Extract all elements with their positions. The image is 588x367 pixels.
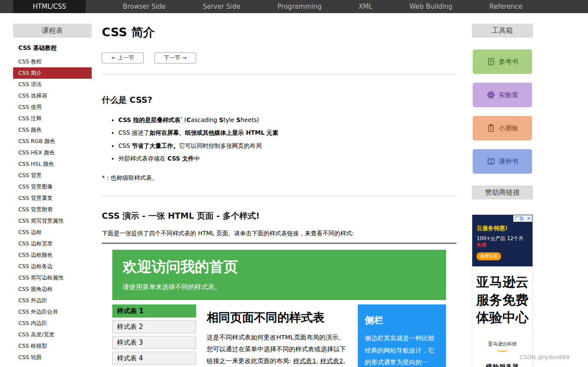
demo-sidebar-text: 侧边栏其实就是一种比较经典的网站导航设计，它的形式通常为竖向的一列，展示在网站的…: [365, 332, 439, 367]
course-list-item[interactable]: CSS 轮廓: [13, 352, 92, 363]
watermark: CSDN @lydon888: [519, 354, 570, 360]
ad-close-icon[interactable]: ✕: [526, 215, 532, 222]
open-book-icon: [487, 157, 495, 166]
course-list-item[interactable]: CSS 边框宽度: [13, 238, 92, 249]
course-list-item[interactable]: CSS 外边距: [13, 295, 92, 306]
course-list-item[interactable]: CSS 教程: [13, 56, 92, 67]
course-list-item[interactable]: CSS 简介: [13, 67, 92, 79]
demo-sidebar: 侧栏 侧边栏其实就是一种比较经典的网站导航设计，它的形式通常为竖向的一列，展示在…: [358, 304, 446, 367]
ad-badge-label[interactable]: 广告: [513, 215, 526, 222]
course-list-item[interactable]: CSS 内边距: [13, 318, 92, 329]
course-list-item[interactable]: CSS 使用: [13, 101, 92, 113]
ad-promo-highlight: 云服务特惠!: [477, 224, 528, 232]
demo-columns: 样式表 1样式表 2样式表 3样式表 4无样式表 相同页面不同的样式表 这是不同…: [112, 304, 446, 367]
ad-promo-panel: 云服务特惠! 100+云产品 12个月免费 免费注册: [472, 215, 533, 266]
demo-stylesheet-menu: 样式表 1样式表 2样式表 3样式表 4无样式表: [112, 304, 196, 367]
pager: ← 上一节 下一节 →: [102, 52, 457, 63]
demo-banner-subtitle: 请使用菜单来选择不同的样式表。: [123, 283, 436, 291]
course-list: CSS 教程CSS 简介CSS 语法CSS 选择器CSS 使用CSS 注释CSS…: [13, 56, 92, 363]
demo-center-heading: 相同页面不同的样式表: [207, 310, 349, 325]
quiz-button[interactable]: 小测验: [473, 116, 532, 140]
divider: [102, 196, 457, 196]
extracurricular-book-button[interactable]: 课外书: [473, 149, 532, 174]
ad-badge: 广告 ✕: [513, 215, 532, 222]
demo-center-text: 这是不同样式表如何更改HTML页面布局的演示。您可以通过在菜单中选择不同的样式表…: [207, 332, 349, 367]
nav-item[interactable]: HTML/CSS: [13, 0, 86, 13]
demo-stylesheet-menu-item[interactable]: 样式表 3: [112, 336, 196, 349]
ad-promo-line: 100+云产品 12个月免费: [477, 235, 528, 248]
top-navigation: HTML/CSSBrowser SideServer SideProgrammi…: [0, 0, 588, 13]
course-list-item[interactable]: CSS 外边距合并: [13, 306, 92, 318]
nav-item[interactable]: Server Side: [203, 0, 240, 13]
course-list-item[interactable]: CSS 边框颜色: [13, 249, 92, 261]
toolbox-title: 工具箱: [472, 24, 533, 38]
atom-icon: [487, 91, 495, 99]
sponsor-links-title: 赞助商链接: [472, 185, 533, 199]
course-section-heading: CSS 基础教程: [13, 38, 92, 56]
what-is-css-heading: 什么是 CSS?: [102, 94, 457, 106]
divider: [102, 74, 457, 74]
next-section-button[interactable]: 下一节 →: [154, 52, 196, 63]
demo-center-column: 相同页面不同的样式表 这是不同样式表如何更改HTML页面布局的演示。您可以通过在…: [207, 304, 349, 367]
css-demo-example: 欢迎访问我的首页 请使用菜单来选择不同的样式表。 样式表 1样式表 2样式表 3…: [102, 243, 457, 367]
course-list-item[interactable]: CSS 高度/宽度: [13, 329, 92, 340]
nav-item[interactable]: Browser Side: [123, 0, 166, 13]
course-list-item[interactable]: CSS 背景: [13, 170, 92, 181]
bullet-css-describes: CSS 描述了如何在屏幕、纸张或其他媒体上显示 HTML 元素: [118, 128, 457, 137]
reference-book-button[interactable]: 参考书: [473, 49, 532, 74]
demo-stylesheet-menu-item[interactable]: 样式表 4: [112, 352, 196, 365]
css-intro-bullets: CSS 指的是层叠样式表* (Cascading Style Sheets) C…: [118, 115, 457, 163]
course-list-item[interactable]: CSS 选择器: [13, 90, 92, 101]
ad-headline: 亚马逊云 服务免费 体验中心: [472, 273, 533, 327]
course-list-item[interactable]: CSS 背景图像: [13, 181, 92, 192]
demo-stylesheet-link[interactable]: 样式表2: [320, 357, 343, 364]
ad-footer-text: 爆款服务器: [472, 363, 533, 367]
course-list-item[interactable]: CSS 边框各边: [13, 261, 92, 272]
nav-item[interactable]: Programming: [277, 0, 322, 13]
course-list-item[interactable]: CSS 简写背景属性: [13, 215, 92, 227]
demo-intro-text: 下面是一张提供了四个不同样式表的 HTML 页面。请单击下面的样式表链接，来查看…: [102, 230, 457, 238]
bullet-css-definition: CSS 指的是层叠样式表* (Cascading Style Sheets): [118, 115, 457, 124]
course-list-item[interactable]: CSS 框模型: [13, 340, 92, 352]
course-list-item[interactable]: CSS RGB 颜色: [13, 136, 92, 147]
page-title: CSS 简介: [102, 24, 457, 40]
footnote: *：也称级联样式表。: [102, 174, 457, 182]
course-list-item[interactable]: CSS 语法: [13, 79, 92, 90]
demo-stylesheet-menu-item[interactable]: 样式表 2: [112, 320, 196, 333]
demo-sidebar-heading: 侧栏: [365, 314, 439, 326]
demo-stylesheet-link[interactable]: 样式表1: [293, 357, 316, 364]
course-sidebar: 课程表 CSS 基础教程 CSS 教程CSS 简介CSS 语法CSS 选择器CS…: [13, 24, 92, 363]
lab-button[interactable]: 实验室: [473, 83, 532, 107]
prev-section-button[interactable]: ← 上一节: [102, 52, 144, 63]
course-list-item[interactable]: CSS HSL 颜色: [13, 158, 92, 170]
demo-banner: 欢迎访问我的首页 请使用菜单来选择不同的样式表。: [112, 250, 446, 300]
course-sidebar-title: 课程表: [13, 24, 92, 38]
nav-item[interactable]: Reference: [489, 0, 522, 13]
demo-stylesheet-menu-item[interactable]: 样式表 1: [112, 304, 196, 318]
bullet-external-stylesheet: 外部样式表存储在 CSS 文件中: [118, 154, 457, 163]
course-list-item[interactable]: CSS 背景重复: [13, 192, 92, 204]
course-list-item[interactable]: CSS 边框: [13, 227, 92, 238]
demo-banner-title: 欢迎访问我的首页: [123, 257, 436, 277]
course-list-item[interactable]: CSS 圆角边框: [13, 283, 92, 295]
ad-signup-button[interactable]: 免费注册: [477, 252, 501, 260]
course-list-item[interactable]: CSS 背景附着: [13, 204, 92, 215]
ad-brand-name: 亚马逊云科技: [472, 341, 533, 347]
ad-brand-smile-logo: [497, 347, 508, 352]
clipboard-icon: [487, 124, 495, 133]
course-list-item[interactable]: CSS HEX 颜色: [13, 147, 92, 158]
course-list-item[interactable]: CSS 颜色: [13, 124, 92, 136]
css-demo-heading: CSS 演示 - 一张 HTML 页面 - 多个样式!: [102, 210, 457, 222]
nav-item[interactable]: XML: [359, 0, 373, 13]
nav-item[interactable]: Web Building: [409, 0, 452, 13]
sponsor-ad[interactable]: 广告 ✕ 云服务特惠! 100+云产品 12个月免费 免费注册 亚马逊云 服务免…: [472, 214, 533, 367]
main-content: CSS 简介 ← 上一节 下一节 → 什么是 CSS? CSS 指的是层叠样式表…: [102, 22, 457, 367]
book-icon: [487, 57, 495, 66]
course-list-item[interactable]: CSS 注释: [13, 113, 92, 124]
course-list-item[interactable]: CSS 简写边框属性: [13, 272, 92, 283]
bullet-css-saves-work: CSS 节省了大量工作。它可以同时控制多张网页的布局: [118, 141, 457, 150]
toolbox-sidebar: 工具箱 参考书 实验室 小测验 课外书 赞助商链接 广告 ✕ 云服务特惠! 10…: [472, 24, 533, 367]
